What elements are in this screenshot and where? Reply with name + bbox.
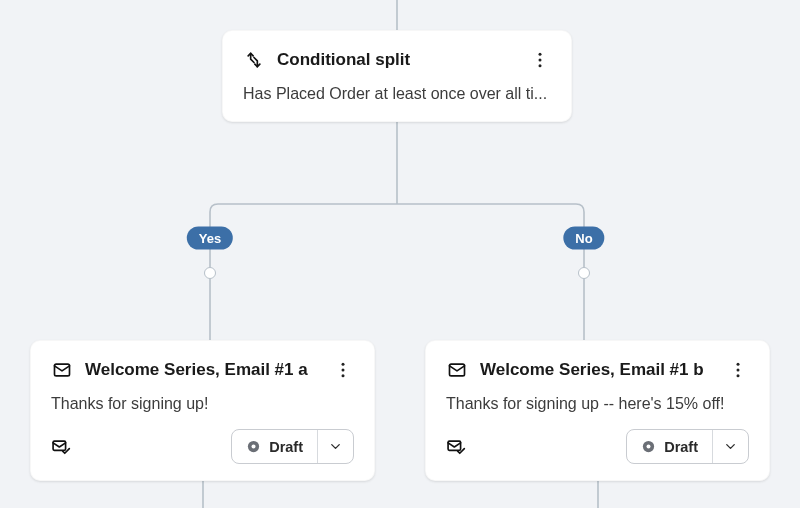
conditional-split-description: Has Placed Order at least once over all … <box>243 85 551 103</box>
email-card-yes[interactable]: Welcome Series, Email #1 a Thanks for si… <box>30 340 375 481</box>
email-card-no[interactable]: Welcome Series, Email #1 b Thanks for si… <box>425 340 770 481</box>
status-label: Draft <box>664 439 698 455</box>
svg-point-9 <box>252 445 256 449</box>
split-icon <box>243 49 265 71</box>
status-dot-icon <box>246 439 261 454</box>
svg-point-0 <box>539 53 542 56</box>
branch-pill-no[interactable]: No <box>563 227 604 250</box>
conditional-split-title: Conditional split <box>277 50 521 70</box>
status-label: Draft <box>269 439 303 455</box>
branch-pill-no-label: No <box>575 231 592 246</box>
envelope-check-icon[interactable] <box>446 437 466 457</box>
svg-point-5 <box>342 369 345 372</box>
envelope-check-icon[interactable] <box>51 437 71 457</box>
email-title: Welcome Series, Email #1 a <box>85 360 324 380</box>
envelope-icon <box>51 359 73 381</box>
chevron-down-icon <box>318 430 353 463</box>
svg-point-13 <box>737 374 740 377</box>
chevron-down-icon <box>713 430 748 463</box>
status-dropdown[interactable]: Draft <box>626 429 749 464</box>
svg-point-2 <box>539 64 542 67</box>
connector-dot <box>578 267 590 279</box>
conditional-split-card[interactable]: Conditional split Has Placed Order at le… <box>222 30 572 122</box>
email-subject: Thanks for signing up -- here's 15% off! <box>446 395 749 413</box>
branch-pill-yes[interactable]: Yes <box>187 227 233 250</box>
svg-point-4 <box>342 363 345 366</box>
svg-point-16 <box>647 445 651 449</box>
branch-pill-yes-label: Yes <box>199 231 221 246</box>
kebab-icon[interactable] <box>529 49 551 71</box>
kebab-icon[interactable] <box>332 359 354 381</box>
connector-dot <box>204 267 216 279</box>
svg-point-6 <box>342 374 345 377</box>
email-subject: Thanks for signing up! <box>51 395 354 413</box>
svg-point-12 <box>737 369 740 372</box>
status-dropdown[interactable]: Draft <box>231 429 354 464</box>
kebab-icon[interactable] <box>727 359 749 381</box>
svg-rect-14 <box>448 441 461 450</box>
email-title: Welcome Series, Email #1 b <box>480 360 719 380</box>
svg-point-11 <box>737 363 740 366</box>
svg-point-1 <box>539 59 542 62</box>
svg-rect-7 <box>53 441 66 450</box>
status-dot-icon <box>641 439 656 454</box>
envelope-icon <box>446 359 468 381</box>
